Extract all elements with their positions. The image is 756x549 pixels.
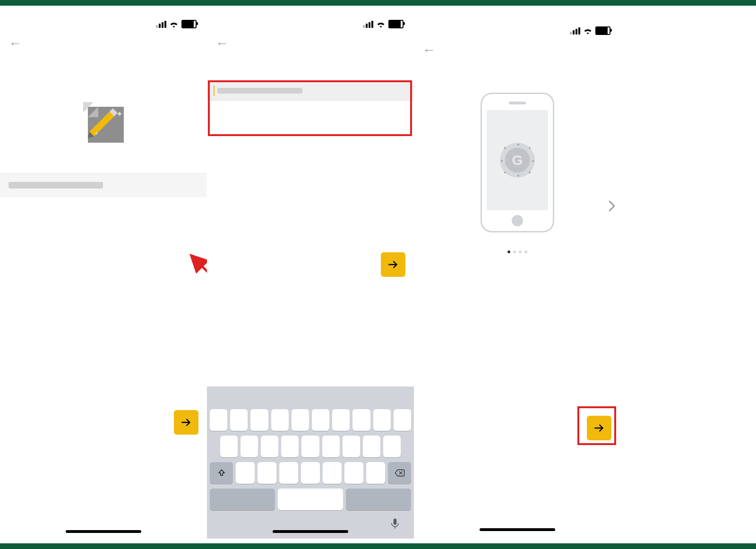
arrow-right-icon [180,416,192,429]
key-q[interactable] [210,409,227,431]
battery-icon [181,20,197,28]
backup-illustration-icon [83,102,124,143]
key-display-field [0,173,207,197]
key-u[interactable] [332,409,350,431]
wifi-icon [376,20,386,28]
key-g[interactable] [301,436,319,457]
keyboard-row [210,489,411,510]
status-bar [0,14,207,31]
carousel-next[interactable] [609,200,615,214]
key-i[interactable] [352,409,370,431]
header: ← [207,34,414,57]
shift-icon [217,469,226,477]
key-v[interactable] [301,462,320,484]
key-a[interactable] [220,436,238,457]
masked-key [9,182,103,189]
key-t[interactable] [292,409,309,431]
key-j[interactable] [343,436,360,457]
key-k[interactable] [363,436,380,457]
home-indicator[interactable] [480,528,555,531]
google-auth-icon: G [500,143,535,178]
chevron-right-icon [609,200,615,212]
key-f[interactable] [281,436,299,457]
next-button[interactable] [174,410,198,435]
key-d[interactable] [261,436,278,457]
header: ← [414,41,621,63]
svg-line-0 [193,257,208,272]
key-y[interactable] [312,409,329,431]
screen-setup-code: ← G [414,21,621,537]
key-r[interactable] [271,409,289,431]
arrow-right-icon [387,258,399,271]
status-bar [414,21,621,38]
status-bar [207,14,414,31]
ios-keyboard [207,386,414,539]
screen-enter-key: ← [207,14,414,539]
key-s[interactable] [241,436,258,457]
battery-icon [388,20,404,28]
key-backspace[interactable] [388,462,411,484]
keyboard-row [210,436,411,457]
annotation-highlight-input [208,80,412,136]
keyboard-row [210,462,411,484]
signal-icon [156,21,166,28]
backspace-icon [395,469,405,477]
pagination-dots[interactable] [414,250,621,253]
key-b[interactable] [323,462,342,484]
key-c[interactable] [279,462,298,484]
header: ← [0,34,207,57]
key-shift[interactable] [210,462,233,484]
next-button[interactable] [587,416,611,440]
key-o[interactable] [373,409,391,431]
screen-backup-key: ← [0,14,207,539]
key-h[interactable] [322,436,340,457]
back-button[interactable]: ← [422,43,436,57]
signal-icon [570,27,580,34]
keyboard-row [210,409,411,431]
key-w[interactable] [230,409,248,431]
key-numbers[interactable] [210,489,275,510]
next-button[interactable] [381,252,405,277]
key-space[interactable] [278,489,343,510]
keyboard-suggestions[interactable] [210,393,411,409]
key-l[interactable] [383,436,401,457]
arrow-right-icon [593,422,605,434]
key-z[interactable] [236,462,255,484]
key-return[interactable] [346,489,411,510]
wifi-icon [169,20,179,28]
key-m[interactable] [366,462,385,484]
key-x[interactable] [258,462,276,484]
key-p[interactable] [394,409,411,431]
wifi-icon [583,27,593,34]
signal-icon [363,21,373,28]
battery-icon [595,26,610,35]
decoration-bar-top [0,0,756,6]
authenticator-illustration: G [481,93,554,232]
home-indicator[interactable] [66,530,141,533]
back-button[interactable]: ← [215,37,229,50]
back-button[interactable]: ← [9,37,22,50]
key-e[interactable] [250,409,268,431]
mic-icon[interactable] [390,518,400,530]
home-indicator[interactable] [273,530,348,533]
key-n[interactable] [344,462,363,484]
decoration-bar-bottom [0,543,756,549]
